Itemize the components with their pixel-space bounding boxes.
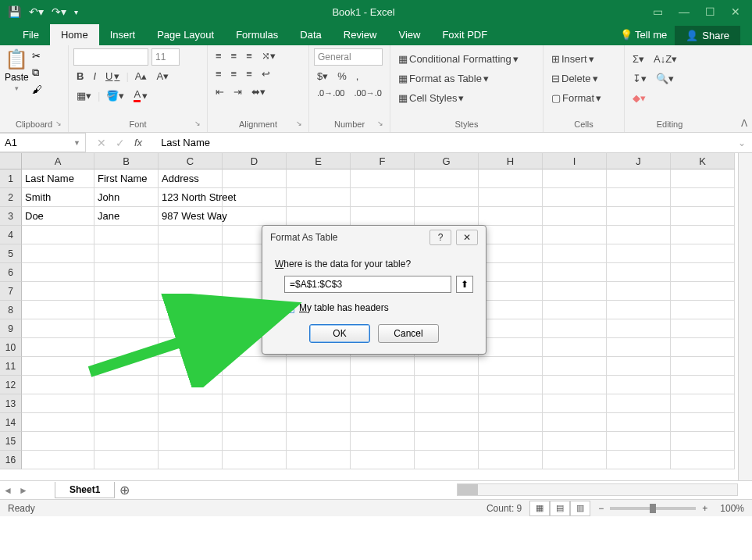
- cell[interactable]: [607, 413, 671, 432]
- cell[interactable]: [671, 207, 735, 226]
- cell[interactable]: John: [94, 188, 159, 207]
- cell[interactable]: [543, 169, 607, 188]
- cell[interactable]: [159, 451, 223, 469]
- row-header[interactable]: 13: [0, 394, 22, 413]
- dialog-help-button[interactable]: ?: [429, 230, 451, 245]
- cell[interactable]: [671, 188, 735, 207]
- cell[interactable]: [159, 432, 223, 451]
- cell[interactable]: [479, 263, 543, 282]
- insert-function-icon[interactable]: fx: [134, 137, 142, 149]
- cell[interactable]: [671, 244, 735, 263]
- cell[interactable]: Last Name: [22, 169, 94, 188]
- row-header[interactable]: 1: [0, 169, 22, 188]
- cell[interactable]: [22, 263, 94, 282]
- cell[interactable]: [543, 357, 607, 376]
- cell[interactable]: [223, 394, 287, 413]
- currency-icon[interactable]: $▾: [314, 69, 331, 84]
- cell[interactable]: [671, 413, 735, 432]
- cell[interactable]: [22, 413, 94, 432]
- save-icon[interactable]: 💾: [8, 5, 21, 18]
- cell[interactable]: 987 West Way: [159, 207, 223, 226]
- column-header[interactable]: E: [287, 153, 351, 169]
- cell[interactable]: [94, 244, 159, 263]
- cell[interactable]: [223, 188, 287, 207]
- select-all-corner[interactable]: [0, 153, 22, 169]
- page-break-view-icon[interactable]: ▥: [570, 501, 590, 516]
- cell[interactable]: [22, 376, 94, 394]
- cell[interactable]: [543, 301, 607, 319]
- cancel-formula-icon[interactable]: ✕: [97, 137, 106, 149]
- cell[interactable]: [22, 319, 94, 338]
- cell[interactable]: [671, 394, 735, 413]
- ok-button[interactable]: OK: [309, 324, 370, 343]
- cell[interactable]: [607, 263, 671, 282]
- column-header[interactable]: F: [351, 153, 415, 169]
- row-header[interactable]: 2: [0, 188, 22, 207]
- row-header[interactable]: 11: [0, 357, 22, 376]
- cell[interactable]: [671, 432, 735, 451]
- cell[interactable]: [94, 376, 159, 394]
- cell[interactable]: [479, 338, 543, 357]
- cell[interactable]: [607, 432, 671, 451]
- cell[interactable]: [159, 244, 223, 263]
- row-header[interactable]: 16: [0, 451, 22, 469]
- cell[interactable]: [22, 432, 94, 451]
- cell[interactable]: [671, 376, 735, 394]
- tab-foxit-pdf[interactable]: Foxit PDF: [431, 24, 498, 45]
- cell[interactable]: [351, 207, 415, 226]
- wrap-text-icon[interactable]: ↩: [258, 66, 273, 81]
- cell[interactable]: [607, 226, 671, 244]
- tab-home[interactable]: Home: [50, 24, 99, 45]
- cell[interactable]: [671, 282, 735, 301]
- cell[interactable]: [351, 357, 415, 376]
- cell[interactable]: [543, 244, 607, 263]
- cell[interactable]: [415, 169, 479, 188]
- cell[interactable]: [159, 301, 223, 319]
- cell[interactable]: [543, 413, 607, 432]
- column-header[interactable]: K: [671, 153, 735, 169]
- cell[interactable]: [159, 413, 223, 432]
- cell[interactable]: [287, 169, 351, 188]
- cell[interactable]: [415, 413, 479, 432]
- normal-view-icon[interactable]: ▦: [529, 501, 550, 516]
- cell[interactable]: [479, 432, 543, 451]
- cancel-button[interactable]: Cancel: [378, 324, 439, 343]
- column-header[interactable]: B: [94, 153, 159, 169]
- cell[interactable]: [22, 282, 94, 301]
- cell[interactable]: [543, 207, 607, 226]
- collapse-dialog-icon[interactable]: ⬆: [456, 276, 473, 293]
- row-header[interactable]: 12: [0, 376, 22, 394]
- find-select-icon[interactable]: 🔍▾: [653, 71, 677, 86]
- cell[interactable]: [94, 432, 159, 451]
- tab-file[interactable]: File: [12, 24, 50, 45]
- zoom-slider[interactable]: [610, 507, 696, 510]
- cell[interactable]: [159, 376, 223, 394]
- cell[interactable]: [223, 169, 287, 188]
- headers-checkbox[interactable]: ✓: [284, 303, 294, 313]
- formula-input[interactable]: Last Name: [153, 137, 732, 148]
- cell[interactable]: [479, 226, 543, 244]
- row-header[interactable]: 15: [0, 432, 22, 451]
- cell[interactable]: [22, 394, 94, 413]
- cell[interactable]: [22, 338, 94, 357]
- cell[interactable]: [479, 394, 543, 413]
- headers-checkbox-row[interactable]: ✓ My table has headers: [284, 302, 473, 313]
- cell[interactable]: [351, 394, 415, 413]
- vertical-scrollbar[interactable]: [738, 153, 752, 480]
- cell[interactable]: [22, 451, 94, 469]
- column-header[interactable]: G: [415, 153, 479, 169]
- expand-formula-bar-icon[interactable]: ⌄: [732, 137, 752, 148]
- paste-icon[interactable]: 📋: [5, 48, 28, 70]
- qat-customize-icon[interactable]: ▾: [74, 8, 78, 16]
- maximize-icon[interactable]: ☐: [705, 5, 715, 18]
- cell[interactable]: [287, 376, 351, 394]
- column-header[interactable]: J: [607, 153, 671, 169]
- percent-icon[interactable]: %: [334, 69, 350, 84]
- cell[interactable]: [543, 188, 607, 207]
- spreadsheet-grid[interactable]: ABCDEFGHIJK 12345678910111213141516 Last…: [0, 153, 752, 480]
- cell[interactable]: [94, 282, 159, 301]
- row-header[interactable]: 10: [0, 338, 22, 357]
- cell[interactable]: [94, 394, 159, 413]
- row-header[interactable]: 9: [0, 319, 22, 338]
- cut-icon[interactable]: ✂: [32, 50, 42, 62]
